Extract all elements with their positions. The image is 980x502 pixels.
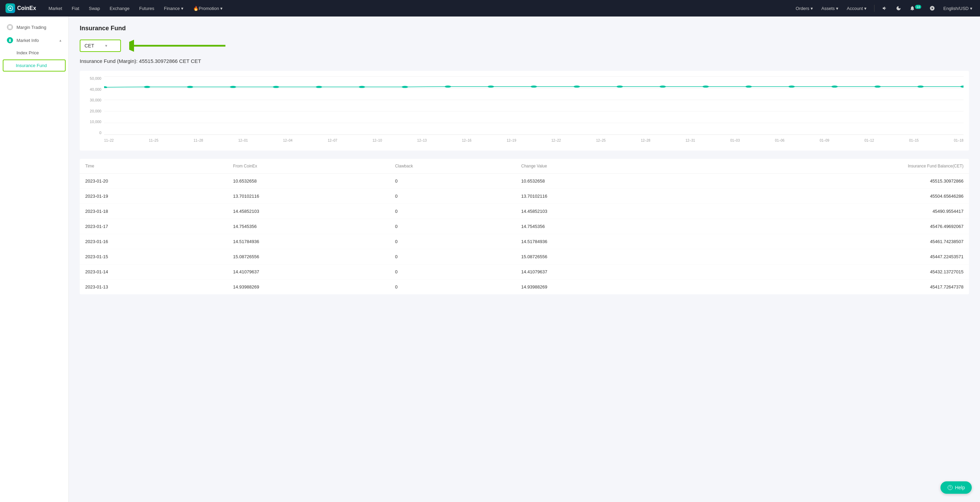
- chevron-down-icon: ▾: [181, 6, 183, 11]
- svg-point-20: [702, 86, 709, 88]
- svg-point-15: [488, 86, 494, 88]
- svg-point-2: [9, 39, 11, 40]
- chart-y-labels: 50,000 40,000 30,000 20,000 10,000 0: [85, 76, 104, 135]
- cell-clawback: 0: [390, 265, 516, 279]
- fund-value-number: 45515.30972866 CET: [139, 58, 190, 64]
- cell-from-coinex: 14.7545356: [228, 219, 389, 234]
- cell-from-coinex: 14.45852103: [228, 204, 389, 219]
- help-icon: [947, 485, 953, 490]
- col-balance: Insurance Fund Balance(CET): [678, 159, 969, 174]
- sidebar-item-market-info[interactable]: Market Info ▴: [0, 34, 68, 47]
- cell-time: 2023-01-16: [80, 234, 228, 249]
- svg-point-27: [948, 485, 953, 489]
- selected-coin: CET: [84, 43, 94, 48]
- svg-rect-1: [9, 26, 12, 29]
- dropdown-arrow-icon: ▾: [105, 43, 107, 48]
- svg-point-28: [950, 489, 950, 489]
- table-row: 2023-01-16 14.51784936 0 14.51784936 454…: [80, 234, 969, 249]
- sidebar: Margin Trading Market Info ▴ Index Price…: [0, 16, 69, 502]
- language-selector[interactable]: English/USD ▾: [941, 5, 975, 13]
- insurance-fund-table: Time From CoinEx Clawback Change Value I…: [80, 159, 969, 294]
- cell-from-coinex: 13.70102116: [228, 189, 389, 204]
- cell-change-value: 14.45852103: [516, 204, 678, 219]
- margin-trading-label: Margin Trading: [16, 25, 62, 30]
- data-table-container: Time From CoinEx Clawback Change Value I…: [80, 159, 969, 294]
- sidebar-item-index-price[interactable]: Index Price: [0, 47, 68, 59]
- table-row: 2023-01-18 14.45852103 0 14.45852103 454…: [80, 204, 969, 219]
- sidebar-item-margin-trading[interactable]: Margin Trading: [0, 21, 68, 34]
- col-clawback: Clawback: [390, 159, 516, 174]
- volume-button[interactable]: [880, 4, 889, 13]
- cell-change-value: 14.51784936: [516, 234, 678, 249]
- nav-promotion[interactable]: 🔥Promotion ▾: [189, 4, 227, 13]
- cell-time: 2023-01-20: [80, 174, 228, 189]
- nav-right: Orders ▾ Assets ▾ Account ▾ 14 English/U…: [794, 4, 975, 13]
- cell-time: 2023-01-14: [80, 265, 228, 279]
- nav-finance[interactable]: Finance ▾: [160, 4, 188, 13]
- svg-point-26: [961, 86, 964, 88]
- chart-x-labels: 11–22 11–25 11–28 12–01 12–04 12–07 12–1…: [104, 135, 964, 145]
- fund-currency: CET: [191, 58, 201, 64]
- sidebar-item-insurance-fund[interactable]: Insurance Fund: [3, 59, 66, 72]
- navbar: CoinEx Market Fiat Swap Exchange Futures…: [0, 0, 980, 16]
- fund-info: Insurance Fund (Margin): 45515.30972866 …: [80, 58, 969, 64]
- cell-balance: 45461.74238507: [678, 234, 969, 249]
- grid-line-2: [104, 100, 964, 100]
- activity-button[interactable]: [928, 4, 937, 13]
- chart-container: 50,000 40,000 30,000 20,000 10,000 0: [80, 71, 969, 151]
- nav-fiat[interactable]: Fiat: [68, 4, 83, 13]
- brand-logo[interactable]: CoinEx: [5, 3, 36, 13]
- nav-divider: [874, 5, 875, 12]
- cell-balance: 45476.49692067: [678, 219, 969, 234]
- table-row: 2023-01-19 13.70102116 0 13.70102116 455…: [80, 189, 969, 204]
- svg-point-21: [745, 86, 752, 88]
- cell-change-value: 10.6532658: [516, 174, 678, 189]
- nav-swap[interactable]: Swap: [85, 4, 105, 13]
- cell-balance: 45515.30972866: [678, 174, 969, 189]
- cell-clawback: 0: [390, 249, 516, 265]
- cell-time: 2023-01-18: [80, 204, 228, 219]
- notification-button[interactable]: 14: [907, 4, 923, 13]
- svg-point-24: [875, 86, 881, 88]
- y-label-40k: 40,000: [90, 87, 101, 91]
- nav-orders[interactable]: Orders ▾: [794, 5, 815, 13]
- table-row: 2023-01-15 15.08726556 0 15.08726556 454…: [80, 249, 969, 265]
- nav-market[interactable]: Market: [45, 4, 66, 13]
- cell-from-coinex: 14.41079637: [228, 265, 389, 279]
- dropdown-container: CET ▾: [80, 39, 226, 53]
- table-header: Time From CoinEx Clawback Change Value I…: [80, 159, 969, 174]
- cell-from-coinex: 14.51784936: [228, 234, 389, 249]
- sidebar-sub-items: Index Price Insurance Fund: [0, 47, 68, 72]
- coin-selector-dropdown[interactable]: CET ▾: [80, 40, 121, 52]
- help-label: Help: [955, 485, 965, 490]
- cell-change-value: 14.7545356: [516, 219, 678, 234]
- chart-area: 50,000 40,000 30,000 20,000 10,000 0: [85, 76, 964, 145]
- cell-change-value: 15.08726556: [516, 249, 678, 265]
- col-time: Time: [80, 159, 228, 174]
- chart-inner: [104, 76, 964, 135]
- cell-balance: 45490.9554417: [678, 204, 969, 219]
- market-info-icon: [7, 37, 13, 43]
- cell-change-value: 14.41079637: [516, 265, 678, 279]
- nav-futures[interactable]: Futures: [135, 4, 158, 13]
- margin-trading-icon: [7, 24, 13, 30]
- logo-icon: [5, 3, 15, 13]
- cell-time: 2023-01-15: [80, 249, 228, 265]
- table-body: 2023-01-20 10.6532658 0 10.6532658 45515…: [80, 174, 969, 295]
- table-row: 2023-01-13 14.93988269 0 14.93988269 454…: [80, 279, 969, 295]
- nav-account[interactable]: Account ▾: [845, 5, 869, 13]
- chevron-down-icon: ▾: [220, 6, 223, 11]
- col-change-value: Change Value: [516, 159, 678, 174]
- help-button[interactable]: Help: [940, 481, 972, 494]
- chevron-down-icon: ▾: [811, 6, 813, 11]
- main-layout: Margin Trading Market Info ▴ Index Price…: [0, 16, 980, 502]
- cell-clawback: 0: [390, 219, 516, 234]
- page-title: Insurance Fund: [80, 25, 969, 32]
- cell-time: 2023-01-19: [80, 189, 228, 204]
- cell-change-value: 13.70102116: [516, 189, 678, 204]
- svg-point-17: [573, 86, 580, 88]
- nav-assets[interactable]: Assets ▾: [819, 5, 840, 13]
- nav-exchange[interactable]: Exchange: [105, 4, 134, 13]
- theme-toggle[interactable]: [894, 4, 904, 13]
- chevron-down-icon: ▾: [970, 6, 972, 11]
